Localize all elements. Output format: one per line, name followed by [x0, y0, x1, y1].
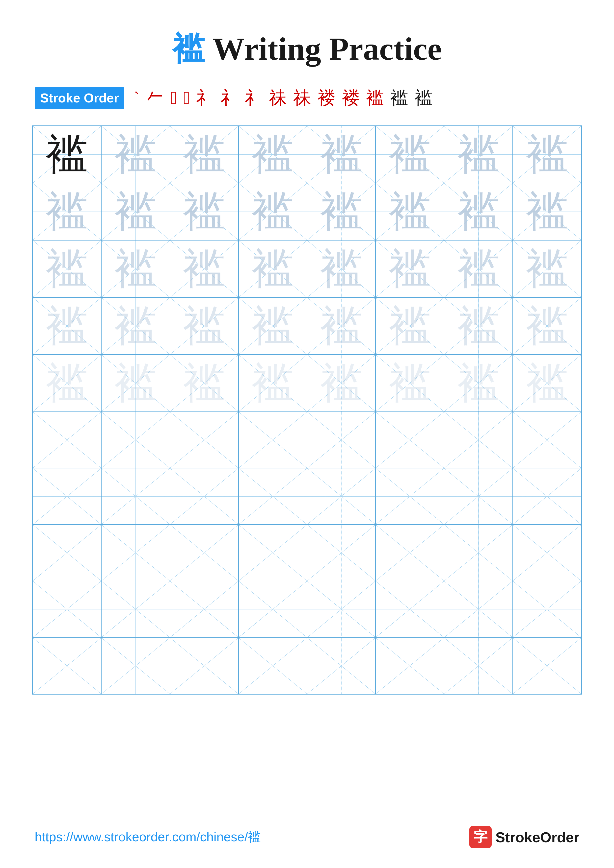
grid-cell[interactable]: 褴 — [513, 126, 581, 183]
grid-cell[interactable] — [513, 468, 581, 525]
grid-cell[interactable] — [444, 525, 513, 581]
grid-cell[interactable] — [444, 581, 513, 637]
grid-cell[interactable]: 褴 — [444, 298, 513, 355]
grid-cell[interactable] — [376, 468, 444, 525]
grid-cell[interactable] — [444, 412, 513, 468]
grid-cell[interactable]: 褴 — [444, 355, 513, 412]
grid-cell[interactable] — [376, 638, 444, 694]
grid-cell[interactable] — [513, 525, 581, 581]
grid-cell[interactable]: 褴 — [101, 298, 170, 355]
grid-cell[interactable] — [238, 581, 307, 637]
grid-cell[interactable] — [33, 581, 101, 637]
stroke-9: 祙 — [291, 85, 313, 111]
grid-cell[interactable]: 褴 — [513, 298, 581, 355]
grid-cell[interactable]: 褴 — [170, 183, 238, 240]
svg-line-119 — [239, 525, 307, 581]
grid-cell[interactable]: 褴 — [33, 126, 101, 183]
grid-cell[interactable] — [101, 412, 170, 468]
grid-cell[interactable]: 褴 — [513, 355, 581, 412]
grid-cell[interactable]: 褴 — [101, 355, 170, 412]
grid-cell[interactable] — [101, 638, 170, 694]
grid-cell[interactable] — [33, 468, 101, 525]
grid-cell[interactable]: 褴 — [170, 355, 238, 412]
grid-cell[interactable]: 褴 — [376, 126, 444, 183]
practice-char: 褴 — [183, 355, 225, 411]
grid-cell[interactable]: 褴 — [238, 126, 307, 183]
svg-line-107 — [376, 468, 444, 524]
grid-cell[interactable]: 褴 — [444, 126, 513, 183]
grid-cell[interactable]: 褴 — [307, 298, 376, 355]
grid-cell[interactable] — [444, 638, 513, 694]
grid-cell[interactable] — [170, 638, 238, 694]
practice-char: 褴 — [526, 240, 568, 297]
grid-cell[interactable] — [376, 412, 444, 468]
svg-line-153 — [307, 638, 376, 694]
grid-cell[interactable]: 褴 — [376, 183, 444, 240]
grid-cell[interactable]: 褴 — [376, 355, 444, 412]
grid-cell[interactable] — [101, 468, 170, 525]
grid-cell[interactable] — [444, 468, 513, 525]
grid-cell[interactable] — [513, 581, 581, 637]
grid-cell[interactable] — [33, 412, 101, 468]
svg-line-151 — [239, 638, 307, 694]
stroke-8: 祙 — [267, 85, 289, 111]
grid-cell[interactable]: 褴 — [238, 298, 307, 355]
grid-cell[interactable] — [170, 525, 238, 581]
grid-cell[interactable] — [101, 525, 170, 581]
grid-cell[interactable]: 褴 — [33, 298, 101, 355]
grid-cell[interactable]: 褴 — [513, 240, 581, 298]
grid-cell[interactable]: 褴 — [170, 126, 238, 183]
grid-cell[interactable] — [307, 468, 376, 525]
svg-line-132 — [170, 581, 238, 637]
grid-cell[interactable]: 褴 — [101, 126, 170, 183]
svg-line-127 — [513, 525, 581, 581]
grid-cell[interactable] — [238, 638, 307, 694]
grid-cell[interactable] — [170, 581, 238, 637]
grid-cell[interactable]: 褴 — [307, 126, 376, 183]
grid-cell[interactable] — [307, 638, 376, 694]
grid-cell[interactable]: 褴 — [238, 183, 307, 240]
grid-cell[interactable] — [513, 638, 581, 694]
svg-line-106 — [376, 468, 444, 524]
stroke-order-row: Stroke Order ` 𠂉 𠄌 𠃎 礻 礻 礻 祙 祙 褛 褛 褴 褴 褴 — [35, 85, 579, 111]
svg-line-87 — [239, 412, 307, 468]
grid-cell[interactable]: 褴 — [101, 240, 170, 298]
grid-cell[interactable]: 褴 — [307, 240, 376, 298]
grid-cell[interactable]: 褴 — [376, 298, 444, 355]
grid-cell[interactable]: 褴 — [170, 298, 238, 355]
grid-cell[interactable] — [238, 468, 307, 525]
grid-cell[interactable]: 褴 — [33, 355, 101, 412]
grid-cell[interactable] — [238, 412, 307, 468]
grid-cell[interactable] — [170, 468, 238, 525]
grid-cell[interactable]: 褴 — [444, 240, 513, 298]
grid-cell[interactable] — [307, 412, 376, 468]
grid-cell[interactable] — [513, 412, 581, 468]
grid-cell[interactable] — [33, 525, 101, 581]
grid-cell[interactable]: 褴 — [33, 183, 101, 240]
grid-cell[interactable]: 褴 — [376, 240, 444, 298]
practice-char: 褴 — [457, 183, 500, 240]
svg-line-135 — [239, 581, 307, 637]
grid-cell[interactable] — [238, 525, 307, 581]
practice-char: 褴 — [252, 298, 294, 354]
grid-cell[interactable] — [376, 581, 444, 637]
svg-line-145 — [33, 638, 101, 694]
grid-cell[interactable]: 褴 — [238, 355, 307, 412]
grid-cell[interactable]: 褴 — [444, 183, 513, 240]
grid-cell[interactable] — [376, 525, 444, 581]
grid-cell[interactable]: 褴 — [513, 183, 581, 240]
grid-cell[interactable]: 褴 — [307, 355, 376, 412]
grid-cell[interactable]: 褴 — [238, 240, 307, 298]
grid-cell[interactable] — [101, 581, 170, 637]
grid-cell[interactable]: 褴 — [307, 183, 376, 240]
svg-line-89 — [307, 412, 376, 468]
grid-cell[interactable]: 褴 — [170, 240, 238, 298]
grid-cell[interactable]: 褴 — [101, 183, 170, 240]
svg-line-85 — [170, 412, 238, 468]
grid-cell[interactable] — [33, 638, 101, 694]
grid-cell[interactable]: 褴 — [33, 240, 101, 298]
grid-cell[interactable] — [170, 412, 238, 468]
grid-cell[interactable] — [307, 581, 376, 637]
practice-char: 褴 — [389, 183, 431, 240]
grid-cell[interactable] — [307, 525, 376, 581]
